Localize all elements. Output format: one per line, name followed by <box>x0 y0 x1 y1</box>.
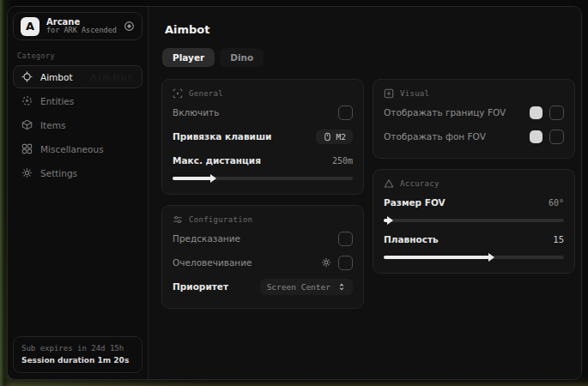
smoothness-slider-fill <box>384 256 488 259</box>
humanization-row: Очеловечивание <box>173 252 353 273</box>
card-title: General <box>189 89 223 98</box>
category-label: Category <box>17 51 138 60</box>
max-distance-row: Макс. дистанция 250m <box>173 150 353 171</box>
app-title-block: Arcane for ARK Ascended <box>46 17 117 35</box>
priority-dropdown[interactable]: Screen Center <box>260 279 353 295</box>
app-window: A Arcane for ARK Ascended Category <box>7 6 582 380</box>
card-title: Accuracy <box>400 179 439 188</box>
fov-border-checkbox[interactable] <box>549 106 564 120</box>
aimbot-ghost-label: Aimbot <box>90 71 133 82</box>
mouse-icon <box>323 132 332 142</box>
sidebar-item-label: Miscellaneous <box>40 144 104 154</box>
logo-card: A Arcane for ARK Ascended <box>13 12 142 40</box>
frame-plus-icon <box>384 88 394 99</box>
humanization-settings-gear-icon[interactable] <box>321 257 331 268</box>
priority-row: Приоритет Screen Center <box>173 276 353 297</box>
fov-background-checkbox[interactable] <box>549 130 564 144</box>
smoothness-label: Плавность <box>384 234 439 244</box>
main-panel: Aimbot Player Dino General <box>149 7 582 379</box>
fov-size-value: 60° <box>549 198 564 208</box>
smoothness-row: Плавность 15 <box>384 229 564 250</box>
smoothness-value: 15 <box>553 234 564 244</box>
gear-icon <box>21 167 33 178</box>
grid-icon <box>21 143 33 154</box>
smoothness-slider[interactable] <box>384 256 564 259</box>
tab-player[interactable]: Player <box>162 48 215 67</box>
app-logo: A <box>21 17 39 36</box>
sidebar-item-label: Entities <box>40 96 74 106</box>
humanization-checkbox[interactable] <box>338 256 353 270</box>
configuration-card: Configuration Предсказание Очеловечивани… <box>161 205 364 309</box>
subscription-info: Sub expires in 24d 15h Session duration … <box>13 336 142 373</box>
fov-border-row: Отображать границу FOV <box>384 102 564 123</box>
entities-icon <box>21 95 33 106</box>
prediction-row: Предсказание <box>173 228 353 249</box>
fov-size-label: Размер FOV <box>384 197 446 208</box>
max-distance-label: Макс. дистанция <box>173 155 261 166</box>
scan-icon <box>173 88 183 99</box>
humanization-label: Очеловечивание <box>173 257 252 268</box>
max-distance-slider-fill <box>173 177 210 180</box>
triangle-icon <box>384 178 394 189</box>
enable-checkbox[interactable] <box>338 106 353 120</box>
sidebar-nav: Aimbot Aimbot Entities <box>13 65 142 184</box>
fov-border-color-swatch[interactable] <box>530 106 543 119</box>
sidebar-item-label: Items <box>40 120 65 130</box>
sidebar-item-aimbot[interactable]: Aimbot Aimbot <box>13 65 142 88</box>
sidebar: A Arcane for ARK Ascended Category <box>8 7 149 379</box>
keybind-label: Привязка клавиши <box>173 131 271 142</box>
fov-background-color-swatch[interactable] <box>530 130 543 143</box>
sidebar-item-settings[interactable]: Settings <box>13 161 142 184</box>
sidebar-item-items[interactable]: Items <box>13 113 142 136</box>
fov-size-row: Размер FOV 60° <box>384 192 564 213</box>
accuracy-card: Accuracy Размер FOV 60° Плавность 15 <box>373 169 575 274</box>
keybind-row: Привязка клавиши M2 <box>173 126 353 147</box>
fov-border-label: Отображать границу FOV <box>384 107 506 118</box>
fov-size-slider-fill <box>384 219 387 222</box>
enable-row: Включить <box>173 102 353 123</box>
max-distance-slider[interactable] <box>173 177 353 180</box>
cube-icon <box>21 119 33 130</box>
sidebar-item-entities[interactable]: Entities <box>13 89 142 112</box>
tab-dino[interactable]: Dino <box>220 48 264 67</box>
sidebar-item-label: Settings <box>40 168 77 178</box>
page-title: Aimbot <box>165 23 575 36</box>
tab-bar: Player Dino <box>162 48 575 67</box>
keybind-value: M2 <box>336 132 346 142</box>
keybind-button[interactable]: M2 <box>316 130 353 144</box>
app-subtitle: for ARK Ascended <box>46 27 117 35</box>
priority-value: Screen Center <box>267 282 330 292</box>
max-distance-value: 250m <box>332 156 353 166</box>
fov-size-slider[interactable] <box>384 219 564 222</box>
sub-expires-text: Sub expires in 24d 15h <box>21 344 134 353</box>
card-title: Configuration <box>189 215 252 224</box>
card-title: Visual <box>400 89 429 98</box>
focus-icon[interactable] <box>124 21 135 32</box>
tune-icon <box>173 214 183 225</box>
sidebar-item-miscellaneous[interactable]: Miscellaneous <box>13 137 142 160</box>
general-card: General Включить Привязка клавиши <box>161 79 364 195</box>
chevron-up-down-icon <box>337 282 346 292</box>
session-duration-text: Session duration 1m 20s <box>21 356 134 365</box>
fov-background-row: Отображать фон FOV <box>384 126 564 147</box>
prediction-label: Предсказание <box>173 233 240 244</box>
fov-background-label: Отображать фон FOV <box>384 131 486 142</box>
visual-card: Visual Отображать границу FOV Отображать… <box>373 79 575 159</box>
crosshair-icon <box>21 71 33 82</box>
sidebar-item-label: Aimbot <box>40 72 73 82</box>
enable-label: Включить <box>173 107 219 118</box>
prediction-checkbox[interactable] <box>338 232 353 246</box>
priority-label: Приоритет <box>173 281 228 292</box>
